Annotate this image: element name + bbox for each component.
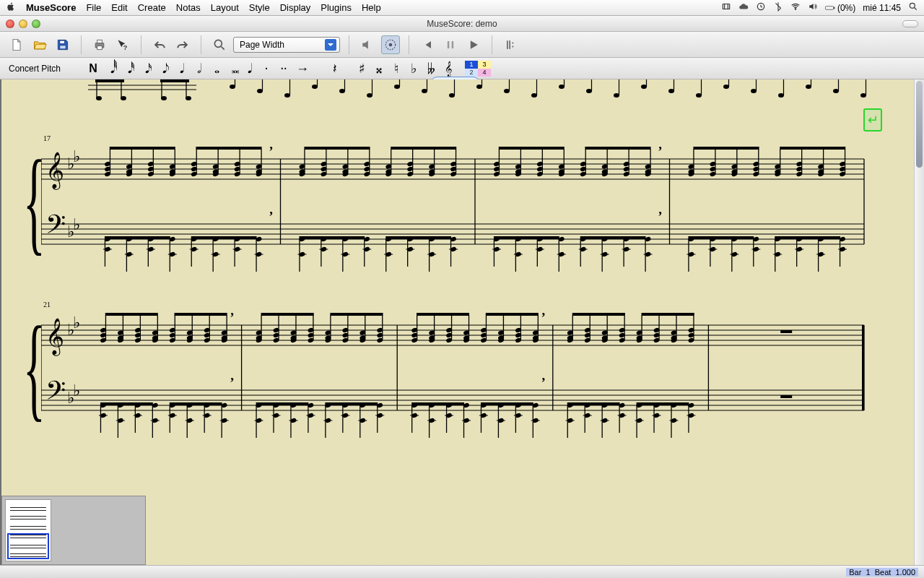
status-bar-value: 1: [866, 568, 870, 577]
sound-button[interactable]: [358, 35, 377, 54]
cloud-icon[interactable]: [738, 1, 749, 14]
svg-text:’: ’: [269, 210, 274, 224]
navigator-page-1[interactable]: [5, 499, 51, 561]
svg-rect-28: [160, 79, 189, 82]
window-toolbar-pill[interactable]: [902, 20, 918, 27]
svg-rect-608: [481, 402, 533, 405]
double-sharp-button[interactable]: ♯: [357, 62, 367, 75]
voice-1[interactable]: 1: [465, 61, 478, 69]
svg-text:♭: ♭: [73, 215, 80, 233]
svg-point-2: [795, 9, 796, 9]
new-file-button[interactable]: [7, 35, 26, 54]
status-tray-icon[interactable]: [721, 1, 731, 14]
rest-button[interactable]: 𝄽: [328, 62, 338, 75]
svg-point-43: [367, 93, 372, 98]
duration-8th[interactable]: 𝅘𝅥𝅮: [157, 62, 167, 75]
svg-point-25: [96, 96, 102, 100]
clock[interactable]: mié 11:45: [863, 3, 901, 13]
zoom-icon[interactable]: [210, 35, 229, 54]
dot-single[interactable]: ·: [261, 62, 271, 75]
sharp-button[interactable]: 𝄪: [374, 62, 384, 75]
whatsthis-button[interactable]: ?: [113, 35, 132, 54]
svg-rect-625: [572, 313, 625, 316]
bluetooth-icon[interactable]: [773, 1, 783, 14]
svg-point-57: [559, 85, 565, 89]
section-end-marker[interactable]: ↵: [863, 108, 882, 131]
dot-double[interactable]: ··: [279, 62, 289, 75]
duration-64th[interactable]: 𝅘𝅥𝅱: [105, 62, 116, 75]
menu-display[interactable]: Display: [280, 2, 311, 13]
duration-breve[interactable]: 𝅜: [227, 62, 237, 75]
save-button[interactable]: [53, 35, 72, 54]
scrollbar-thumb[interactable]: [916, 81, 923, 168]
undo-button[interactable]: [150, 35, 169, 54]
voice-3[interactable]: 3: [478, 61, 491, 69]
svg-rect-292: [494, 236, 559, 239]
rewind-button[interactable]: [418, 35, 437, 54]
svg-rect-171: [191, 236, 257, 239]
menu-layout[interactable]: Layout: [211, 2, 239, 13]
zoom-select-label: Page Width: [240, 40, 284, 50]
score-view[interactable]: ↵ 17 { 𝄞𝄢♭♭♭♭’’’’: [0, 79, 924, 565]
wifi-icon[interactable]: [790, 1, 801, 14]
svg-text:’: ’: [541, 311, 546, 325]
redo-button[interactable]: [173, 35, 192, 54]
svg-point-77: [833, 89, 839, 93]
concert-pitch-toggle[interactable]: Concert Pitch: [9, 64, 61, 74]
apple-icon[interactable]: [6, 1, 16, 14]
duration-16th[interactable]: 𝅘𝅥𝅯: [140, 62, 150, 75]
staff-system-2[interactable]: 𝄞𝄢♭♭♭♭’’’’: [41, 311, 871, 448]
play-button[interactable]: [464, 35, 483, 54]
svg-rect-678: [780, 395, 792, 398]
svg-rect-419: [105, 313, 158, 316]
battery-icon[interactable]: (0%): [825, 3, 855, 13]
menu-help[interactable]: Help: [362, 2, 381, 13]
duration-dotted[interactable]: 𝅘𝅥.: [244, 62, 254, 75]
menu-create[interactable]: Create: [138, 2, 166, 13]
voice-4[interactable]: 4: [478, 69, 491, 77]
svg-point-45: [394, 85, 400, 89]
navigator-panel[interactable]: [1, 496, 146, 565]
flip-stem-button[interactable]: 𝄞: [443, 62, 453, 75]
metronome-button[interactable]: [381, 35, 400, 54]
flat-button[interactable]: ♭: [409, 62, 419, 75]
print-button[interactable]: [90, 35, 109, 54]
menu-file[interactable]: File: [86, 2, 101, 13]
svg-point-67: [696, 93, 702, 98]
menu-plugins[interactable]: Plugins: [321, 2, 352, 13]
double-flat-button[interactable]: 𝄫: [426, 62, 436, 75]
navigator-viewport[interactable]: [7, 533, 49, 559]
menu-notas[interactable]: Notas: [176, 2, 201, 13]
pause-button[interactable]: [441, 35, 460, 54]
svg-text:’: ’: [658, 144, 663, 159]
voice-selector[interactable]: 1 3 2 4: [465, 61, 491, 77]
duration-whole[interactable]: 𝅝: [209, 62, 219, 75]
duration-half[interactable]: 𝅗𝅥: [192, 62, 202, 75]
menu-edit[interactable]: Edit: [111, 2, 127, 13]
svg-point-33: [230, 85, 235, 89]
menu-style[interactable]: Style: [249, 2, 270, 13]
svg-rect-521: [256, 402, 309, 405]
svg-point-32: [186, 96, 191, 100]
timemachine-icon[interactable]: [756, 1, 766, 14]
tie-button[interactable]: →: [296, 62, 309, 75]
duration-quarter[interactable]: 𝅘𝅥: [175, 62, 185, 75]
open-file-button[interactable]: [30, 35, 49, 54]
svg-point-69: [723, 85, 729, 89]
svg-text:?: ?: [123, 43, 128, 51]
volume-icon[interactable]: [808, 1, 818, 14]
voice-2[interactable]: 2: [465, 69, 478, 77]
zoom-select[interactable]: Page Width: [233, 37, 340, 53]
app-name[interactable]: MuseScore: [26, 2, 76, 13]
svg-rect-137: [196, 147, 262, 150]
repeat-toggle-button[interactable]: [501, 35, 520, 54]
note-input-mode-button[interactable]: N: [88, 63, 98, 74]
vertical-scrollbar[interactable]: [914, 79, 924, 565]
score-page[interactable]: ↵ 17 { 𝄞𝄢♭♭♭♭’’’’: [1, 79, 914, 565]
spotlight-icon[interactable]: [908, 1, 918, 14]
duration-32nd[interactable]: 𝅘𝅥𝅰: [123, 62, 133, 75]
svg-point-65: [668, 89, 674, 93]
natural-button[interactable]: ♮: [391, 62, 401, 75]
staff-system-1[interactable]: 𝄞𝄢♭♭♭♭’’’’: [41, 144, 871, 282]
svg-point-61: [614, 93, 619, 98]
